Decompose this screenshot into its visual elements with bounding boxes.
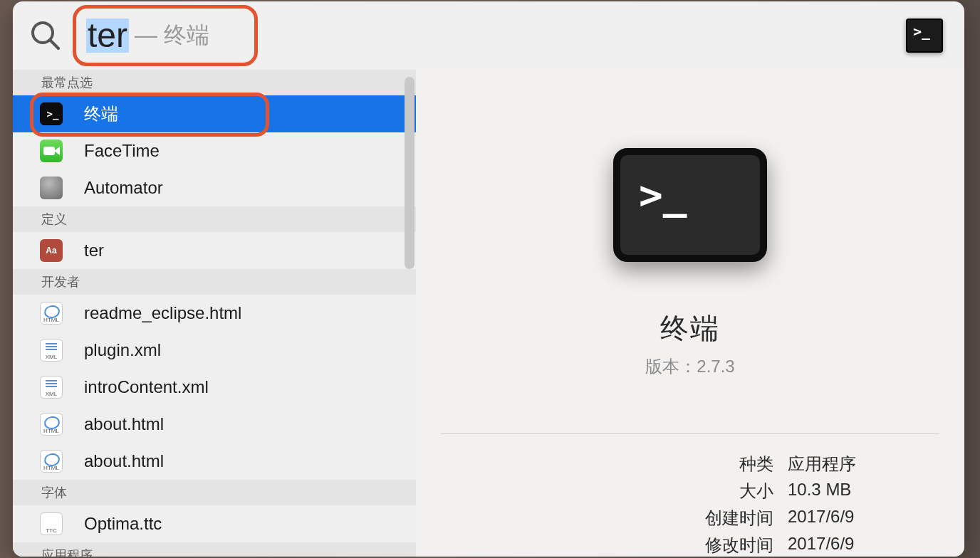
result-label: readme_eclipse.html [84,303,416,323]
spotlight-body: 最常点选 >_ 终端 FaceTime Automator 定义 Aa ter … [13,70,964,557]
html-file-icon [40,302,63,325]
meta-value: 2017/6/9 [788,534,856,557]
divider [441,433,939,434]
meta-key: 创建时间 [524,507,773,530]
preview-pane: >_ 终端 版本：2.7.3 种类应用程序 大小10.3 MB 创建时间2017… [416,70,964,557]
section-header: 最常点选 [13,70,416,95]
xml-file-icon [40,339,63,362]
search-input-highlight: ter — 终端 [73,5,258,66]
search-icon [28,19,63,53]
result-item-file[interactable]: about.html [13,406,416,443]
meta-key: 修改时间 [524,534,773,557]
result-item-file[interactable]: plugin.xml [13,332,416,369]
result-label: introContent.xml [84,377,416,397]
html-file-icon [40,450,63,473]
result-item-file[interactable]: readme_eclipse.html [13,295,416,332]
search-row: ter — 终端 >_ [13,1,964,70]
dictionary-icon: Aa [40,239,63,262]
search-input[interactable]: ter [86,19,129,53]
result-item-automator[interactable]: Automator [13,169,416,206]
meta-key: 大小 [524,480,773,502]
result-label: about.html [84,451,416,471]
html-file-icon [40,413,63,436]
result-thumbnail-icon: >_ [906,19,943,53]
meta-key: 种类 [524,453,773,475]
facetime-icon [40,140,63,162]
result-label: 终端 [84,102,416,125]
result-item-file[interactable]: about.html [13,443,416,480]
result-item-terminal[interactable]: >_ 终端 [13,95,416,132]
preview-metadata: 种类应用程序 大小10.3 MB 创建时间2017/6/9 修改时间2017/6… [524,453,856,557]
meta-value: 10.3 MB [788,480,856,502]
search-suggestion: — 终端 [135,20,209,51]
result-label: Optima.ttc [84,514,416,534]
svg-line-1 [50,40,58,48]
result-label: ter [84,241,416,260]
automator-icon [40,177,63,199]
result-label: Automator [84,178,416,198]
preview-app-version: 版本：2.7.3 [645,355,734,378]
preview-app-icon: >_ [613,148,767,262]
meta-value: 2017/6/9 [788,507,856,530]
result-label: plugin.xml [84,340,416,360]
section-header: 应用程序 [13,542,416,557]
section-header: 开发者 [13,269,416,295]
terminal-icon: >_ [40,102,63,125]
results-list[interactable]: 最常点选 >_ 终端 FaceTime Automator 定义 Aa ter … [13,70,416,557]
spotlight-window: ter — 终端 >_ 最常点选 >_ 终端 FaceTime A [13,1,964,557]
xml-file-icon [40,376,63,399]
meta-value: 应用程序 [788,453,856,475]
section-header: 字体 [13,480,416,505]
scrollbar-thumb[interactable] [405,77,415,269]
preview-app-name: 终端 [660,309,720,348]
font-file-icon [40,512,63,535]
result-item-file[interactable]: introContent.xml [13,369,416,406]
result-label: FaceTime [84,141,416,161]
result-item-facetime[interactable]: FaceTime [13,132,416,169]
section-header: 定义 [13,206,416,232]
result-label: about.html [84,414,416,434]
result-item-font[interactable]: Optima.ttc [13,505,416,542]
result-item-definition[interactable]: Aa ter [13,232,416,269]
